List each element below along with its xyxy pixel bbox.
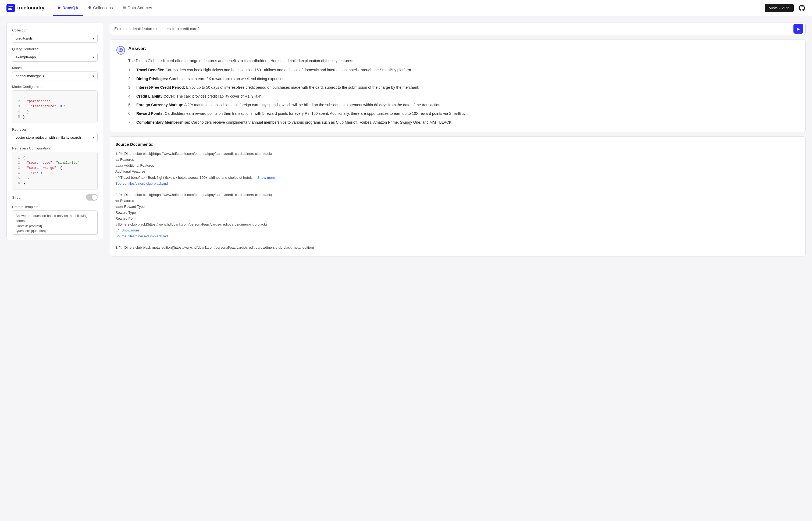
answer-list: 1. Travel Benefits: Cardholders can book… — [128, 67, 799, 125]
answer-intro: The Diners Club credit card offers a ran… — [128, 58, 799, 64]
svg-rect-1 — [8, 6, 13, 7]
toggle-knob — [92, 195, 97, 200]
main-nav: ▶ DocsQA ⚙ Collections ☰ Data Sources — [53, 0, 765, 16]
model-config-code[interactable]: 1{ 2 "parameters": { 3 "temperature": 0.… — [12, 90, 97, 123]
github-icon[interactable] — [798, 4, 806, 12]
send-icon: ▶ — [797, 26, 800, 31]
list-item: 3. Interest-Free Credit Period: Enjoy up… — [128, 85, 799, 90]
nav-icon-collections: ⚙ — [88, 5, 91, 10]
source-docs-section: Source Documents: 1. "# [Diners club bla… — [110, 136, 806, 256]
list-item: 2. Dining Privileges: Cardholders can ea… — [128, 76, 799, 82]
show-more-link-1[interactable]: Show more — [257, 176, 275, 180]
source-doc-item-2: 2. "# [Diners club black](https://www.hd… — [115, 192, 800, 240]
query-controller-field: Query Controller: example-app ▼ — [12, 47, 97, 62]
retrievers-config-field: Retrievers Configuration: 1{ 2 "search_t… — [12, 146, 97, 190]
stream-toggle[interactable] — [86, 194, 97, 201]
query-input-row: ▶ — [110, 23, 806, 35]
model-config-field: Model Configuration: 1{ 2 "parameters": … — [12, 85, 97, 123]
nav-item-docsqa[interactable]: ▶ DocsQA — [53, 0, 83, 16]
collection-select-wrapper: creditcards ▼ — [12, 34, 97, 43]
answer-header: Answer: — [116, 46, 799, 54]
collection-label: Collection: — [12, 28, 97, 32]
source-doc-item-1: 1. "# [Diners club black](https://www.hd… — [115, 151, 800, 186]
retriever-field: Retriever: vector store retriever with s… — [12, 128, 97, 142]
stream-field: Stream — [12, 194, 97, 201]
show-more-link-2[interactable]: Show more — [121, 228, 139, 232]
retriever-select-wrapper: vector store retriever with similarity s… — [12, 133, 97, 142]
left-panel: Collection: creditcards ▼ Query Controll… — [6, 23, 103, 240]
right-panel: ▶ Answer: The Diners Club credit card of… — [110, 23, 806, 515]
send-button[interactable]: ▶ — [793, 24, 803, 33]
answer-avatar — [116, 46, 125, 54]
nav-icon-datasources: ☰ — [122, 5, 126, 10]
prompt-template-label: Prompt Template: — [12, 205, 97, 209]
query-controller-select[interactable]: example-app — [12, 53, 97, 62]
logo[interactable]: truefoundry — [6, 4, 44, 13]
svg-point-6 — [120, 51, 122, 52]
svg-rect-3 — [8, 9, 13, 10]
query-input[interactable] — [114, 27, 791, 31]
answer-body: The Diners Club credit card offers a ran… — [128, 58, 799, 125]
retriever-select[interactable]: vector store retriever with similarity s… — [12, 133, 97, 142]
answer-section: Answer: The Diners Club credit card offe… — [110, 39, 806, 132]
retriever-label: Retriever: — [12, 128, 97, 132]
retrievers-config-code[interactable]: 1{ 2 "search_type": "similarity", 3 "sea… — [12, 152, 97, 190]
nav-label-docsqa: DocsQA — [62, 5, 78, 10]
source-link-1[interactable]: Source: files/diners-club-black.md — [115, 181, 168, 185]
collection-select[interactable]: creditcards — [12, 34, 97, 43]
collection-field: Collection: creditcards ▼ — [12, 28, 97, 43]
retrievers-config-label: Retrievers Configuration: — [12, 146, 97, 150]
nav-item-collections[interactable]: ⚙ Collections — [83, 0, 117, 16]
stream-label: Stream — [12, 196, 23, 200]
model-field: Model: openai-main/gpt-3... ▼ — [12, 66, 97, 81]
svg-rect-2 — [8, 8, 12, 8]
prompt-template-field: Prompt Template: Answer the question bas… — [12, 205, 97, 235]
model-label: Model: — [12, 66, 97, 70]
list-item: 4. Credit Liability Cover: The card prov… — [128, 93, 799, 99]
logo-text: truefoundry — [17, 5, 44, 11]
nav-item-datasources[interactable]: ☰ Data Sources — [118, 0, 157, 16]
main-content: Collection: creditcards ▼ Query Controll… — [0, 16, 812, 521]
list-item: 5. Foreign Currency Markup: A 2% markup … — [128, 102, 799, 108]
model-select[interactable]: openai-main/gpt-3... — [12, 71, 97, 81]
header-right: View All APIs — [765, 4, 806, 12]
model-select-wrapper: openai-main/gpt-3... ▼ — [12, 71, 97, 81]
source-link-2[interactable]: Source: files/diners-club-black.md — [115, 234, 168, 238]
source-doc-item-3: 3. "# [Diners club black metal edition](… — [115, 245, 800, 251]
query-controller-label: Query Controller: — [12, 47, 97, 51]
view-all-apis-button[interactable]: View All APIs — [765, 4, 794, 12]
nav-label-collections: Collections — [93, 5, 113, 10]
list-item: 6. Reward Points: Cardholders earn rewar… — [128, 111, 799, 116]
prompt-template-textarea[interactable]: Answer the question based only on the fo… — [12, 210, 97, 235]
source-docs-title: Source Documents: — [115, 142, 800, 146]
list-item: 1. Travel Benefits: Cardholders can book… — [128, 67, 799, 73]
list-item: 7. Complimentary Memberships: Cardholder… — [128, 119, 799, 125]
nav-icon-docsqa: ▶ — [58, 5, 61, 10]
answer-title: Answer: — [128, 46, 146, 51]
query-controller-select-wrapper: example-app ▼ — [12, 53, 97, 62]
svg-point-5 — [120, 49, 121, 50]
model-config-label: Model Configuration: — [12, 85, 97, 89]
nav-label-datasources: Data Sources — [128, 5, 152, 10]
logo-icon — [6, 4, 15, 13]
header: truefoundry ▶ DocsQA ⚙ Collections ☰ Dat… — [0, 0, 812, 16]
